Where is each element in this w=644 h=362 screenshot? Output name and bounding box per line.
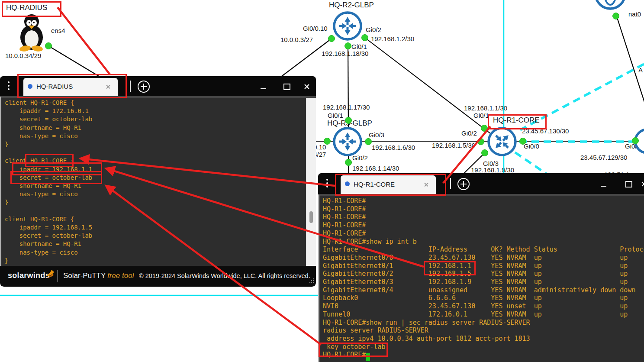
tab-close-icon[interactable] (106, 84, 110, 89)
free-tool-tagline: free tool (107, 272, 134, 280)
scrollbar-track[interactable] (306, 98, 316, 268)
minimize-icon[interactable] (601, 186, 606, 187)
tab-hq-r1-core[interactable]: HQ-R1-CORE (341, 175, 436, 194)
host-hq-radius-node[interactable] (19, 14, 43, 52)
left-terminal-text[interactable]: client HQ-R1-CORE { ipaddr = 172.16.0.1 … (5, 99, 92, 265)
node-label-hq-r1-core: HQ-R1-CORE (493, 116, 540, 125)
left-terminal-content: client HQ-R1-CORE { ipaddr = 172.16.0.1 … (0, 96, 316, 268)
right-terminal-titlebar: HQ-R1-CORE (318, 173, 644, 194)
left-terminal-window: HQ-RADIUS client HQ-R1-CORE { ipaddr = 1… (0, 76, 316, 287)
right-terminal-text[interactable]: HQ-R1-CORE# HQ-R1-CORE# HQ-R1-CORE# HQ-R… (323, 197, 644, 359)
close-icon[interactable] (304, 84, 310, 90)
resize-grip[interactable] (309, 278, 314, 283)
new-tab-icon[interactable] (457, 178, 470, 190)
session-active-dot (345, 181, 350, 186)
session-active-dot (28, 84, 32, 89)
right-terminal-window: HQ-R1-CORE HQ-R1-CORE# HQ-R1-CORE# HQ-R1… (318, 173, 644, 362)
solarwinds-logo: solarwinds (8, 271, 50, 280)
router-hq-r1-core-node[interactable] (489, 128, 515, 155)
product-name: Solar-PuTTY (63, 272, 106, 280)
maximize-icon[interactable] (283, 84, 290, 90)
node-label-hq-radius: HQ-RADIUS (6, 3, 47, 12)
solarwinds-flame-icon (45, 269, 55, 278)
menu-icon[interactable] (326, 179, 328, 189)
minimize-icon[interactable] (261, 88, 266, 89)
footer-separator (57, 270, 58, 282)
tab-close-icon[interactable] (424, 182, 428, 187)
internet-globe-icon[interactable] (596, 0, 625, 9)
copyright-text: © 2019-2024 SolarWinds Worldwide, LLC. A… (139, 272, 310, 279)
tabbar-separator (130, 81, 131, 92)
tab-label: HQ-R1-CORE (354, 181, 395, 188)
left-terminal-footer: solarwinds Solar-PuTTY free tool © 2019-… (0, 266, 316, 287)
terminal-cursor (366, 353, 370, 361)
close-icon[interactable] (641, 181, 644, 187)
gns3-canvas: ens4 10.0.0.34/29 HQ-R2-GLBP Gi0/0.10 10… (0, 0, 644, 362)
scrollbar-thumb[interactable] (309, 211, 313, 223)
router-hq-r2-glbp-node[interactable] (334, 13, 361, 39)
tab-label: HQ-RADIUS (36, 83, 73, 90)
tab-hq-radius[interactable]: HQ-RADIUS (23, 78, 118, 96)
new-tab-icon[interactable] (138, 81, 150, 93)
right-terminal-content: HQ-R1-CORE# HQ-R1-CORE# HQ-R1-CORE# HQ-R… (318, 194, 644, 362)
maximize-icon[interactable] (625, 181, 632, 187)
menu-icon[interactable] (8, 81, 10, 92)
left-terminal-titlebar: HQ-RADIUS (0, 76, 316, 96)
router-hq-r3-glbp-node[interactable] (334, 128, 361, 155)
tabbar-separator (450, 178, 451, 189)
